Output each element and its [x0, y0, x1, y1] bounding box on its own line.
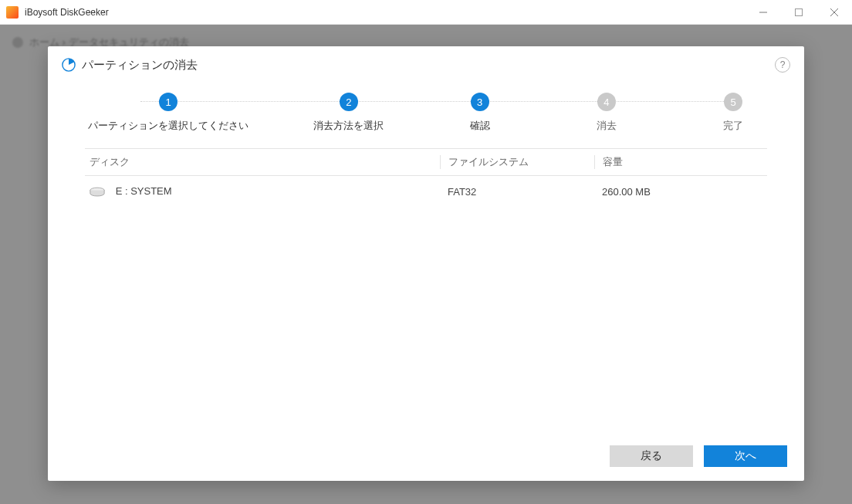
- modal-footer: 戻る 次へ: [48, 435, 804, 481]
- step-label: 消去方法を選択: [313, 119, 384, 133]
- back-button[interactable]: 戻る: [610, 445, 693, 467]
- wizard-modal: パーティションの消去 ? 1 パーティションを選択してください 2 消去方法を選…: [48, 46, 804, 481]
- table-header: ディスク ファイルシステム 容量: [85, 148, 767, 176]
- col-header-capacity: 容量: [594, 155, 767, 169]
- minimize-icon: [759, 8, 767, 16]
- step-erase: 4 消去: [576, 93, 637, 133]
- backdrop: ホーム › データセキュリティの消去 パーティションの消去 ? 1 パーティショ…: [0, 25, 852, 504]
- table-row[interactable]: E : SYSTEM FAT32 260.00 MB: [85, 176, 767, 207]
- partition-erase-icon: [62, 58, 76, 72]
- disk-icon: [90, 187, 105, 198]
- step-label: 消去: [597, 119, 617, 133]
- step-number: 3: [471, 93, 489, 111]
- window-title: iBoysoft DiskGeeker: [25, 7, 109, 18]
- svg-rect-1: [796, 8, 803, 15]
- close-button[interactable]: [816, 0, 852, 25]
- modal-title: パーティションの消去: [82, 58, 198, 73]
- step-label: パーティションを選択してください: [88, 119, 248, 133]
- stepper: 1 パーティションを選択してください 2 消去方法を選択 3 確認 4 消去 5…: [48, 79, 804, 140]
- partition-table: ディスク ファイルシステム 容量 E : SYSTEM FAT32 260.00…: [48, 140, 804, 435]
- modal-header: パーティションの消去 ?: [48, 46, 804, 79]
- step-label: 完了: [723, 119, 743, 133]
- col-header-disk: ディスク: [85, 155, 440, 169]
- maximize-icon: [795, 8, 803, 16]
- minimize-button[interactable]: [746, 0, 781, 25]
- step-number: 5: [724, 93, 742, 111]
- step-label: 確認: [470, 119, 490, 133]
- titlebar: iBoysoft DiskGeeker: [0, 0, 852, 25]
- step-number: 1: [159, 93, 178, 111]
- next-button[interactable]: 次へ: [704, 445, 787, 467]
- close-icon: [830, 8, 838, 16]
- cell-disk: E : SYSTEM: [85, 185, 440, 198]
- step-confirm: 3 確認: [449, 93, 511, 133]
- app-icon: [6, 6, 19, 19]
- help-button[interactable]: ?: [775, 57, 790, 73]
- cell-capacity: 260.00 MB: [594, 186, 767, 198]
- col-header-filesystem: ファイルシステム: [440, 155, 594, 169]
- help-icon: ?: [780, 59, 786, 70]
- maximize-button[interactable]: [781, 0, 816, 25]
- step-number: 2: [340, 93, 358, 111]
- cell-filesystem: FAT32: [440, 186, 594, 198]
- disk-name: E : SYSTEM: [116, 185, 172, 197]
- step-done: 5 完了: [702, 93, 764, 133]
- window-controls: [746, 0, 852, 25]
- step-number: 4: [597, 93, 616, 111]
- step-select-method: 2 消去方法を選択: [313, 93, 384, 133]
- step-select-partition: 1 パーティションを選択してください: [88, 93, 248, 133]
